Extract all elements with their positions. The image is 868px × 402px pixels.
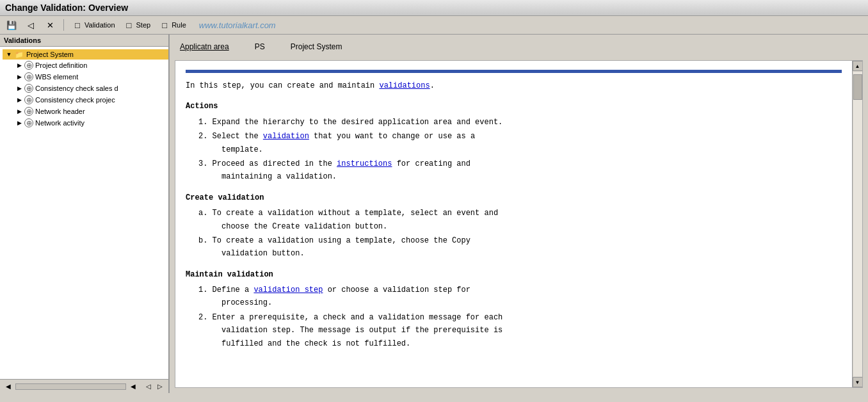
expand-icon-project-definition[interactable]: ▶	[15, 61, 23, 69]
create-a: a. To create a validation without a temp…	[198, 207, 842, 233]
node-icon-consistency-sales: ⊕	[24, 84, 33, 93]
watermark: www.tutorialkart.com	[199, 20, 276, 30]
actions-title: Actions	[186, 100, 842, 113]
nav-next-button[interactable]: ▷	[156, 382, 165, 390]
app-area-name: Project System	[291, 42, 342, 51]
step-button[interactable]: □ Step	[122, 19, 154, 31]
horizontal-scrollbar[interactable]	[15, 383, 126, 390]
nav-prev-button[interactable]: ◁	[144, 382, 153, 390]
tree-area: ▼ 📁 Project System ▶ ⊕ Project definitio…	[0, 47, 168, 379]
bottom-nav: ◀ ◀ ◁ ▷	[0, 379, 168, 393]
tree-label-consistency-sales: Consistency check sales d	[35, 84, 118, 92]
node-icon-wbs: ⊕	[24, 72, 33, 81]
tree-item-network-header[interactable]: ▶ ⊕ Network header	[13, 106, 168, 117]
tree-label-network-header: Network header	[35, 108, 85, 115]
validation-link-2[interactable]: validation	[263, 132, 309, 141]
validations-link[interactable]: validations	[379, 81, 430, 90]
tree-item-consistency-project[interactable]: ▶ ⊕ Consistency check projec	[13, 94, 168, 106]
toolbar: 💾 ◁ ✕ □ Validation □ Step □ Rule www.tut…	[0, 16, 868, 35]
tree-item-network-activity[interactable]: ▶ ⊕ Network activity	[13, 117, 168, 129]
expand-icon-network-activity[interactable]: ▶	[15, 119, 23, 127]
maintain-2: 2. Enter a prerequisite, a check and a v…	[198, 311, 842, 350]
scroll-down-button[interactable]: ▼	[853, 377, 863, 387]
right-panel: Applicatn area PS Project System In this…	[170, 35, 868, 393]
scroll-thumb[interactable]	[853, 74, 862, 100]
app-area-row: Applicatn area PS Project System	[175, 40, 863, 54]
tree-item-wbs-element[interactable]: ▶ ⊕ WBS element	[13, 71, 168, 83]
content-text: In this step, you can create and maintai…	[186, 79, 842, 350]
save-icon: 💾	[6, 20, 17, 30]
node-icon-consistency-project: ⊕	[24, 95, 33, 104]
tree-item-project-definition[interactable]: ▶ ⊕ Project definition	[13, 60, 168, 71]
intro-paragraph: In this step, you can create and maintai…	[186, 79, 842, 92]
validation-icon: □	[72, 20, 83, 30]
nav-scroll-right-button[interactable]: ◀	[129, 382, 138, 390]
scroll-up-button[interactable]: ▲	[853, 61, 863, 71]
content-scroll[interactable]: In this step, you can create and maintai…	[175, 61, 852, 387]
app-area-label: Applicatn area	[180, 42, 229, 51]
node-icon-network-header: ⊕	[24, 107, 33, 116]
page-title: Change Validation: Overview	[5, 3, 128, 13]
tree-label-project-definition: Project definition	[35, 61, 87, 69]
tree-label-project-system: Project System	[26, 51, 74, 58]
action-1: 1. Expand the hierarchy to the desired a…	[198, 116, 842, 129]
expand-icon-wbs[interactable]: ▶	[15, 73, 23, 81]
create-b: b. To create a validation using a templa…	[198, 234, 842, 261]
save-button[interactable]: 💾	[4, 19, 19, 31]
close-icon: ✕	[45, 20, 55, 30]
expand-icon-consistency-sales[interactable]: ▶	[15, 84, 23, 92]
maintain-1: 1. Define a validation step or choose a …	[198, 284, 842, 310]
tree-label-network-activity: Network activity	[35, 119, 84, 127]
left-panel: Validations ▼ 📁 Project System ▶ ⊕ Proje…	[0, 35, 170, 393]
rule-icon: □	[159, 20, 170, 30]
validation-step-link-1[interactable]: validation step	[253, 285, 323, 294]
instructions-link[interactable]: instructions	[337, 159, 392, 168]
rule-label: Rule	[172, 21, 186, 29]
tree-item-consistency-sales[interactable]: ▶ ⊕ Consistency check sales d	[13, 83, 168, 94]
expand-icon-project-system[interactable]: ▼	[5, 51, 13, 58]
tree-label-wbs: WBS element	[35, 73, 78, 81]
back-icon: ◁	[26, 20, 36, 30]
main-layout: Validations ▼ 📁 Project System ▶ ⊕ Proje…	[0, 35, 868, 393]
nav-scroll-left-button[interactable]: ◀	[4, 382, 13, 390]
app-area-code: PS	[255, 42, 265, 51]
tree-item-project-system[interactable]: ▼ 📁 Project System	[3, 49, 168, 60]
back-button[interactable]: ◁	[23, 19, 38, 31]
scrollbar: ▲ ▼	[852, 61, 862, 387]
content-box: In this step, you can create and maintai…	[175, 60, 863, 388]
validation-button[interactable]: □ Validation	[70, 19, 118, 31]
folder-icon-project-system: 📁	[14, 51, 24, 58]
expand-icon-consistency-project[interactable]: ▶	[15, 96, 23, 104]
step-label: Step	[136, 21, 151, 29]
validation-label: Validation	[84, 21, 115, 29]
expand-icon-network-header[interactable]: ▶	[15, 108, 23, 115]
tree-label-consistency-project: Consistency check projec	[35, 96, 115, 104]
step-icon: □	[124, 20, 134, 30]
action-3: 3. Proceed as directed in the instructio…	[198, 157, 842, 184]
maintain-validation-title: Maintain validation	[186, 268, 842, 281]
scroll-track[interactable]	[853, 72, 862, 376]
close-button[interactable]: ✕	[42, 19, 58, 31]
node-icon-project-definition: ⊕	[24, 61, 33, 70]
rule-button[interactable]: □ Rule	[157, 19, 189, 31]
action-2: 2. Select the validation that you want t…	[198, 130, 842, 156]
title-bar: Change Validation: Overview	[0, 0, 868, 16]
toolbar-separator	[63, 19, 64, 31]
create-validation-title: Create validation	[186, 191, 842, 204]
blue-bar	[186, 70, 842, 73]
node-icon-network-activity: ⊕	[24, 118, 33, 127]
panel-header: Validations	[0, 35, 168, 47]
